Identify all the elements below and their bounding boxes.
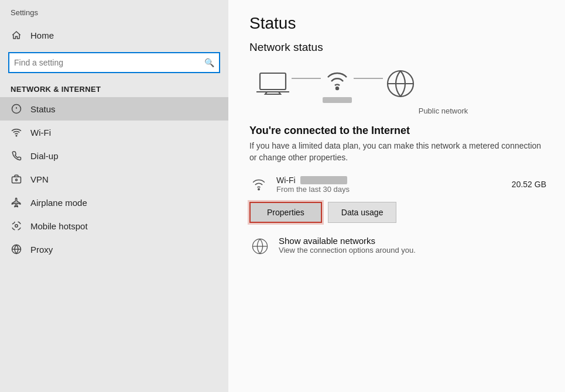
home-icon [11,30,22,40]
sidebar-item-wifi-label: Wi-Fi [30,128,51,137]
svg-point-5 [16,179,18,181]
proxy-icon [11,244,22,255]
section-title: Network status [249,41,546,54]
wifi-info: Wi-Fi From the last 30 days [276,176,504,194]
sidebar-item-proxy-label: Proxy [30,245,53,255]
vpn-icon [11,174,22,184]
show-networks-title: Show available networks [279,236,416,246]
wifi-icon [11,127,22,137]
sidebar-item-hotspot-label: Mobile hotspot [30,221,88,231]
svg-rect-4 [12,177,21,183]
wifi-days: From the last 30 days [276,185,504,194]
sidebar-item-vpn-label: VPN [30,174,49,184]
main-content: Status Network status [228,0,565,392]
sidebar-item-wifi[interactable]: Wi-Fi [0,121,228,144]
buttons-row: Properties Data usage [249,202,546,223]
wifi-name-row: Wi-Fi [276,176,504,185]
search-input[interactable] [14,58,204,67]
sidebar-item-proxy[interactable]: Proxy [0,238,228,261]
home-label: Home [30,30,54,40]
airplane-icon [11,197,22,208]
connected-desc: If you have a limited data plan, you can… [249,140,542,163]
sidebar-item-dialup-label: Dial-up [30,151,59,161]
show-networks-text: Show available networks View the connect… [279,236,416,255]
search-wrapper: 🔍 [0,47,228,79]
properties-button[interactable]: Properties [249,202,322,223]
sidebar-item-airplane-label: Airplane mode [30,198,87,208]
svg-point-11 [336,87,338,90]
show-networks-icon [249,236,270,257]
sidebar-item-status-label: Status [30,104,56,114]
connected-title: You're connected to the Internet [249,125,546,137]
wifi-status-row: Wi-Fi From the last 30 days 20.52 GB [249,174,546,195]
svg-point-14 [258,188,259,190]
dialup-icon [11,150,22,161]
network-diagram [249,64,546,103]
hotspot-icon [11,221,22,231]
wifi-usage: 20.52 GB [512,180,546,189]
svg-point-3 [16,135,17,136]
wifi-diagram-icon [322,64,352,103]
show-networks-sub: View the connection options around you. [279,246,416,255]
sidebar-item-vpn[interactable]: VPN [0,167,228,191]
public-network-label: Public network [249,106,546,115]
wifi-label: Wi-Fi [276,176,296,185]
line2 [354,78,383,79]
wifi-ssid-blurred [300,176,347,184]
wifi-row-icon [249,174,268,195]
sidebar-item-status[interactable]: Status [0,97,228,121]
search-box-container: 🔍 [8,52,220,73]
laptop-diagram-icon [255,70,290,98]
globe-diagram-icon [384,68,417,99]
app-title: Settings [0,0,228,23]
svg-rect-9 [260,73,286,90]
show-networks-row[interactable]: Show available networks View the connect… [249,236,546,257]
data-usage-button[interactable]: Data usage [328,202,397,223]
sidebar-item-home[interactable]: Home [0,23,228,47]
page-title: Status [249,14,546,33]
search-icon: 🔍 [204,58,214,67]
svg-point-6 [15,225,18,228]
status-icon [11,104,22,114]
section-header: Network & Internet [0,79,228,97]
sidebar-item-hotspot[interactable]: Mobile hotspot [0,214,228,238]
sidebar-item-airplane[interactable]: Airplane mode [0,191,228,214]
sidebar: Settings Home 🔍 Network & Internet Statu… [0,0,228,392]
line1 [292,78,321,79]
sidebar-item-dialup[interactable]: Dial-up [0,144,228,167]
